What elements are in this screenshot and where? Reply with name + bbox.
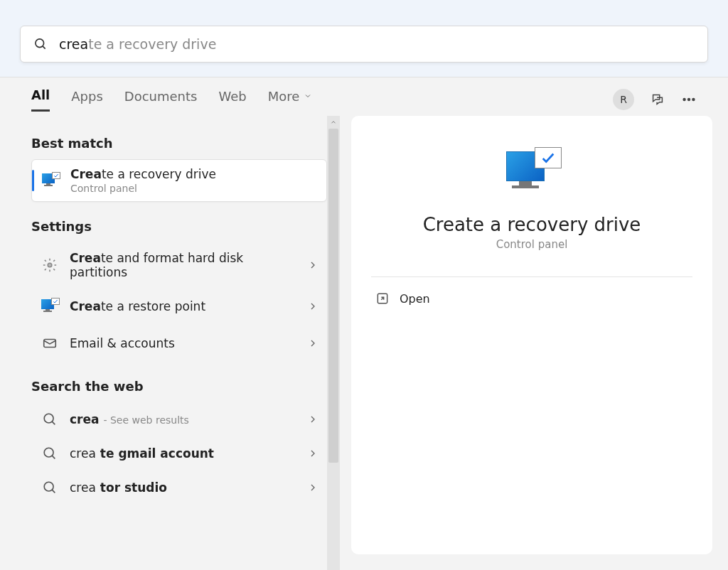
tab-web[interactable]: Web: [218, 87, 246, 112]
svg-point-0: [36, 39, 44, 48]
svg-line-12: [52, 490, 55, 493]
tab-documents[interactable]: Documents: [124, 87, 198, 112]
svg-point-3: [688, 99, 690, 101]
open-icon: [375, 291, 390, 306]
search-icon: [33, 37, 48, 51]
filter-tabs: All Apps Documents Web More: [31, 87, 312, 112]
gear-icon: [40, 255, 60, 275]
results-scrollbar[interactable]: [327, 116, 340, 570]
result-title: Create a recovery drive: [70, 167, 318, 181]
svg-point-9: [44, 448, 53, 457]
result-title: Create and format hard disk partitions: [70, 251, 293, 279]
detail-pane: Create a recovery drive Control panel Op…: [351, 116, 712, 554]
chevron-right-icon: [307, 338, 318, 349]
svg-point-4: [692, 99, 695, 101]
section-best-match: Best match: [31, 136, 327, 151]
result-best-match[interactable]: Create a recovery drive Control panel: [31, 159, 327, 202]
search-icon: [40, 443, 60, 463]
chat-icon[interactable]: [650, 92, 665, 107]
result-title: crea - See web results: [70, 412, 293, 426]
svg-line-1: [43, 46, 46, 49]
monitor-check-icon: [40, 298, 60, 315]
svg-point-7: [44, 414, 53, 423]
result-title: Email & accounts: [70, 336, 293, 350]
result-web-create-gmail[interactable]: create gmail account: [31, 436, 327, 470]
result-subtitle: Control panel: [70, 183, 318, 194]
svg-line-8: [52, 421, 55, 424]
more-options-icon[interactable]: [681, 92, 697, 107]
svg-point-2: [683, 99, 685, 101]
chevron-right-icon: [307, 482, 318, 493]
result-title: create gmail account: [70, 446, 293, 461]
result-title: creator studio: [70, 480, 293, 495]
search-icon: [40, 409, 60, 429]
open-action[interactable]: Open: [371, 277, 692, 320]
tab-apps[interactable]: Apps: [71, 87, 103, 112]
chevron-right-icon: [307, 414, 318, 425]
result-settings-email-accounts[interactable]: Email & accounts: [31, 325, 327, 362]
section-web: Search the web: [31, 379, 327, 394]
chevron-right-icon: [307, 448, 318, 459]
monitor-check-icon: [41, 172, 60, 189]
open-label: Open: [400, 292, 430, 306]
search-text: create a recovery drive: [59, 36, 216, 52]
detail-title: Create a recovery drive: [423, 214, 641, 235]
user-avatar[interactable]: R: [613, 89, 634, 110]
result-title: Create a restore point: [70, 299, 293, 313]
tab-all[interactable]: All: [31, 87, 50, 112]
section-settings: Settings: [31, 219, 327, 234]
mail-icon: [40, 333, 60, 353]
search-icon: [40, 478, 60, 498]
svg-point-11: [44, 482, 53, 491]
result-web-crea[interactable]: crea - See web results: [31, 402, 327, 436]
chevron-right-icon: [307, 301, 318, 312]
chevron-down-icon: [304, 92, 312, 100]
monitor-check-icon: [502, 147, 562, 195]
svg-point-5: [48, 263, 52, 267]
svg-line-10: [52, 456, 55, 458]
chevron-right-icon: [307, 259, 318, 271]
detail-subtitle: Control panel: [496, 238, 568, 251]
tab-more[interactable]: More: [268, 87, 313, 112]
result-web-creator-studio[interactable]: creator studio: [31, 470, 327, 505]
result-settings-partitions[interactable]: Create and format hard disk partitions: [31, 242, 327, 288]
result-settings-restore-point[interactable]: Create a restore point: [31, 288, 327, 325]
search-input[interactable]: create a recovery drive: [20, 26, 708, 63]
